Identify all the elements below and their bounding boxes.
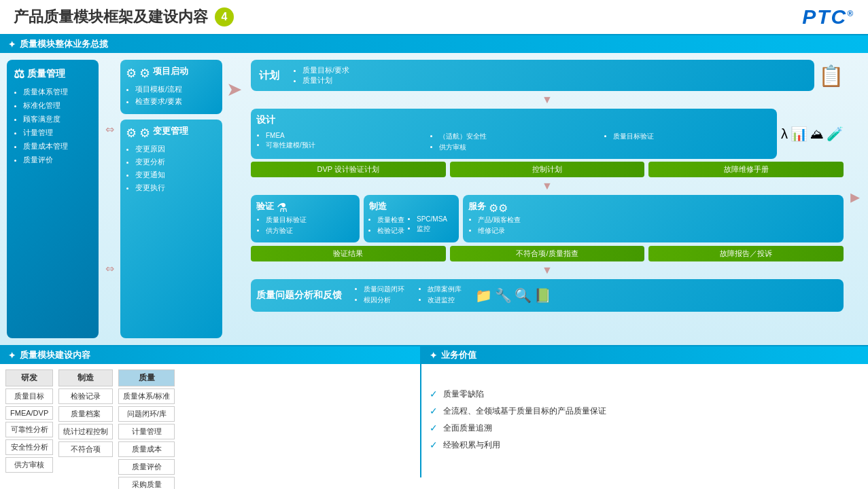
section3-header: ✦ 业务价值 [421,346,868,364]
service-title: 服务 [468,200,486,213]
rd-item-3: 安全性分析 [5,439,53,455]
bottom-area: ✦ 质量模块建设内容 研发 质量目标 FMEA/DVP 可靠性分析 安全性分析 … [0,345,868,477]
list-item: 改进监控 [428,295,462,305]
verify-title: 验证 [256,200,274,213]
dvp-row: DVP 设计验证计划 控制计划 故障维修手册 [251,162,844,177]
section1-icon: ✦ [8,39,16,50]
right-flow: 计划 质量目标/要求 质量计划 📋 ▼ 设计 [251,60,844,338]
list-item: 计量管理 [23,128,92,138]
list-item: 产品/顾客检查 [478,215,838,225]
list-item: （适航）安全性 [439,132,597,141]
value-text-0: 质量零缺陷 [443,388,484,400]
quality-mgmt-panel: ⚖ 质量管理 质量体系管理 标准化管理 顾客满意度 计量管理 质量成本管理 质量… [7,60,99,338]
list-item: 监控 [417,224,447,234]
section1-label: 质量模块整体业务总揽 [20,38,108,50]
rd-column: 研发 质量目标 FMEA/DVP 可靠性分析 安全性分析 供方审核 [5,369,53,469]
quality-item-4: 质量评价 [118,459,175,475]
mfg-item-1: 质量档案 [58,406,113,422]
list-item: 供方验证 [266,226,354,236]
list-item: 质量成本管理 [23,141,92,151]
problem-box: 质量问题分析和反馈 质量问题闭环 根因分析 故障案例库 改进监控 [251,279,844,312]
plan-icon: 📋 [818,60,844,91]
fault-report-btn: 故障报告／投诉 [648,246,844,261]
list-item: FMEA [266,132,424,139]
change-mgmt-box: ⚙ ⚙ 变更管理 变更原因 变更分析 变更通知 变更执行 [120,120,222,338]
list-item: 检验记录 [377,226,404,236]
check-icon-3: ✓ [430,439,438,450]
arrow-right-1: ⇔ [105,123,114,136]
rd-item-2: 可靠性分析 [5,422,53,437]
bottom-left-panel: ✦ 质量模块建设内容 研发 质量目标 FMEA/DVP 可靠性分析 安全性分析 … [0,346,421,477]
section2-header: ✦ 质量模块建设内容 [0,346,420,364]
mfg-item-0: 检验记录 [58,388,113,404]
build-content: 研发 质量目标 FMEA/DVP 可靠性分析 安全性分析 供方审核 制造 检验记… [0,364,420,475]
quality-item-2: 计量管理 [118,424,175,439]
quality-item-0: 质量体系/标准 [118,388,175,404]
list-item: 质量检查 [377,215,404,225]
arrow-right-2: ⇔ [105,262,114,275]
verify-box: 验证 ⚗ 质量目标验证 供方验证 [251,195,360,242]
list-item: 标准化管理 [23,101,92,111]
list-item: 供方审核 [439,143,597,152]
mfg-header: 制造 [58,369,113,386]
list-item: 质量评价 [23,155,92,165]
page-title: 产品质量模块框架及建设内容 4 [14,7,234,27]
verify-result-btn: 验证结果 [251,246,446,261]
change-mgmt-list: 变更原因 变更分析 变更通知 变更执行 [126,144,217,193]
value-text-1: 全流程、全领域基于质量目标的产品质量保证 [443,405,606,417]
value-item-1: ✓ 全流程、全领域基于质量目标的产品质量保证 [430,405,860,417]
quality-mgmt-title: ⚖ 质量管理 [14,67,92,82]
title-text: 产品质量模块框架及建设内容 [14,7,208,27]
rd-item-0: 质量目标 [5,388,53,404]
main-flow-area: ⚖ 质量管理 质量体系管理 标准化管理 顾客满意度 计量管理 质量成本管理 质量… [0,53,868,345]
value-content: ✓ 质量零缺陷 ✓ 全流程、全领域基于质量目标的产品质量保证 ✓ 全面质量追溯 … [421,364,868,475]
check-icon-0: ✓ [430,388,438,399]
control-plan-btn: 控制计划 [450,162,645,177]
design-title: 设计 [256,114,275,126]
list-item: 故障案例库 [428,285,462,294]
problem-title: 质量问题分析和反馈 [256,289,342,302]
plan-box: 计划 质量目标/要求 质量计划 [251,60,814,91]
bottom-right-panel: ✦ 业务价值 ✓ 质量零缺陷 ✓ 全流程、全领域基于质量目标的产品质量保证 ✓ … [421,346,868,477]
section2-icon: ✦ [8,350,16,361]
design-box: 设计 FMEA 可靠性建模/预计 （适航）安全性 [251,109,777,159]
problem-row: 质量问题分析和反馈 质量问题闭环 根因分析 故障案例库 改进监控 [251,279,844,312]
dvp-btn: DVP 设计验证计划 [251,162,446,177]
mfg-box: 制造 质量检查 检验记录 SPC/MSA 监控 [364,195,459,242]
list-item: 变更执行 [135,183,217,193]
change-mgmt-title: 变更管理 [153,125,188,137]
list-item: 维修记录 [478,226,838,236]
rd-header: 研发 [5,369,53,386]
design-row: 设计 FMEA 可靠性建模/预计 （适航）安全性 [251,109,844,177]
quality-item-5: 采购质量 [118,477,175,489]
section2-label: 质量模块建设内容 [20,349,90,361]
check-icon-2: ✓ [430,422,438,433]
check-icon-1: ✓ [430,405,438,416]
ptc-logo: PTC® [802,5,854,29]
quality-column: 质量 质量体系/标准 问题闭环/库 计量管理 质量成本 质量评价 采购质量 [118,369,175,469]
quality-mgmt-box: ⚖ 质量管理 质量体系管理 标准化管理 顾客满意度 计量管理 质量成本管理 质量… [7,60,99,338]
mfg-item-3: 不符合项 [58,441,113,457]
down-arrow-2: ▼ [251,181,844,192]
results-row: 验证结果 不符合项/质量指查 故障报告／投诉 [251,246,844,261]
value-item-2: ✓ 全面质量追溯 [430,422,860,434]
design-icons: λ📊⛰🧪 [781,109,844,159]
list-item: 变更分析 [135,157,217,167]
list-item: 质量目标验证 [613,132,771,141]
plan-row: 计划 质量目标/要求 质量计划 📋 [251,60,844,91]
rd-item-1: FMEA/DVP [5,406,53,420]
nonconform-btn: 不符合项/质量指查 [450,246,645,261]
vmf-row: 验证 ⚗ 质量目标验证 供方验证 制造 [251,195,844,242]
down-arrow-1: ▼ [251,94,844,105]
project-start-list: 项目模板/流程 检查要求/要素 [126,84,217,107]
plan-title: 计划 [259,69,279,82]
list-item: 质量体系管理 [23,87,92,97]
quality-mgmt-list: 质量体系管理 标准化管理 顾客满意度 计量管理 质量成本管理 质量评价 [14,87,92,165]
main-arrow: ➤ [226,60,247,338]
section3-label: 业务价值 [441,349,476,361]
return-arrow: ◀ [848,60,861,338]
fault-manual-btn: 故障维修手册 [648,162,844,177]
list-item: 质量目标验证 [266,215,354,225]
list-item: 顾客满意度 [23,114,92,124]
list-item: 根因分析 [364,295,404,305]
